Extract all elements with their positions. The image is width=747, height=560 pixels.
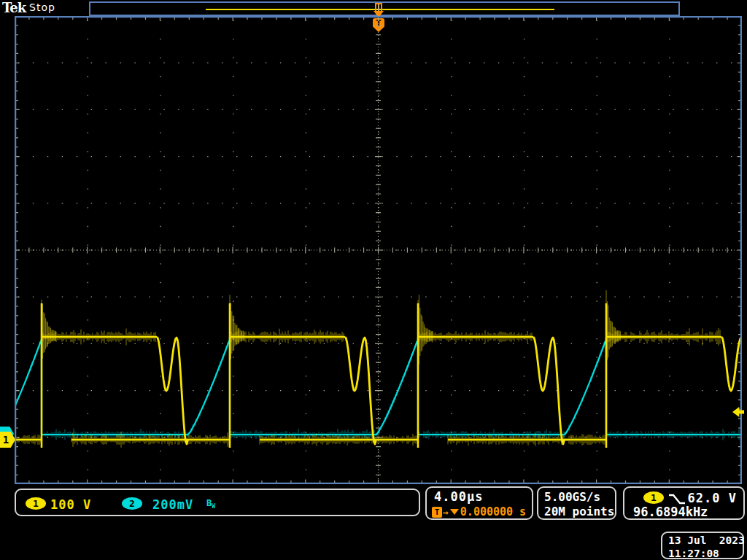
tek-logo: Tek [2, 0, 26, 15]
acquisition-status: Stop [29, 1, 55, 13]
record-length: 20M points [544, 505, 614, 518]
falling-edge-slope-icon [668, 493, 686, 505]
trigger-frequency: 96.6894kHz [633, 505, 708, 519]
record-view-bar [89, 1, 680, 16]
timebase-readout-box[interactable]: 4.00µs T→0.000000 s [425, 486, 533, 520]
channel1-scale: 100 V [50, 497, 91, 512]
triangle-down-icon [450, 509, 459, 515]
trigger-delay-value: 0.000000 s [460, 505, 526, 518]
trigger-level: 62.0 V [688, 491, 737, 505]
trigger-source-badge: 1 [643, 491, 664, 504]
acquisition-readout-box[interactable]: 5.00GS/s 20M points [537, 486, 616, 520]
trigger-delay-readout: T→0.000000 s [432, 505, 526, 518]
channel1-badge[interactable]: 1 [26, 497, 46, 510]
time-label: 11:27:08 [668, 548, 719, 559]
timebase-scale: 4.00µs [434, 489, 483, 504]
sample-rate: 5.00GS/s [544, 490, 600, 504]
channel2-badge[interactable]: 2 [122, 497, 142, 510]
scope-graticule [15, 16, 742, 484]
channel2-scale: 200mV [152, 497, 193, 512]
bandwidth-limit-icon: BW [206, 498, 215, 510]
arrow-right-icon: → [443, 507, 449, 518]
datetime-box: 13 Jul 2023 11:27:08 [661, 532, 744, 559]
date-label: 13 Jul 2023 [668, 534, 745, 546]
channel-readout-box[interactable]: 1 100 V 2 200mV BW [15, 489, 420, 516]
trigger-readout-box[interactable]: 1 62.0 V 96.6894kHz [623, 486, 745, 520]
trigger-t-icon: T [432, 507, 442, 518]
